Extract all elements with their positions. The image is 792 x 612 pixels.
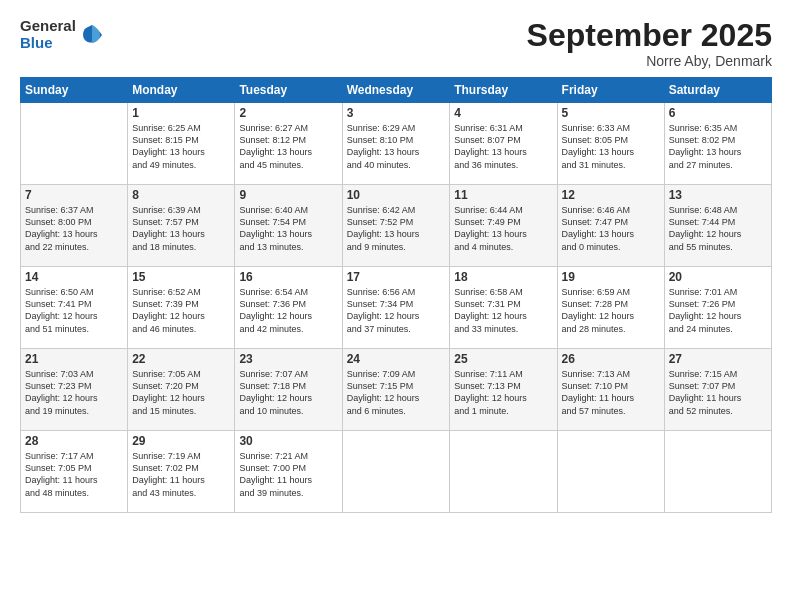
day-number: 20: [669, 270, 767, 284]
location: Norre Aby, Denmark: [527, 53, 772, 69]
table-row: [342, 431, 450, 513]
calendar: Sunday Monday Tuesday Wednesday Thursday…: [20, 77, 772, 513]
title-block: September 2025 Norre Aby, Denmark: [527, 18, 772, 69]
header-tuesday: Tuesday: [235, 78, 342, 103]
day-number: 8: [132, 188, 230, 202]
calendar-week-row: 28Sunrise: 7:17 AM Sunset: 7:05 PM Dayli…: [21, 431, 772, 513]
day-info: Sunrise: 7:01 AM Sunset: 7:26 PM Dayligh…: [669, 286, 767, 335]
table-row: 9Sunrise: 6:40 AM Sunset: 7:54 PM Daylig…: [235, 185, 342, 267]
day-number: 22: [132, 352, 230, 366]
day-info: Sunrise: 6:58 AM Sunset: 7:31 PM Dayligh…: [454, 286, 552, 335]
day-number: 2: [239, 106, 337, 120]
day-number: 6: [669, 106, 767, 120]
day-info: Sunrise: 7:05 AM Sunset: 7:20 PM Dayligh…: [132, 368, 230, 417]
day-number: 7: [25, 188, 123, 202]
page-header: General Blue September 2025 Norre Aby, D…: [20, 18, 772, 69]
day-info: Sunrise: 6:54 AM Sunset: 7:36 PM Dayligh…: [239, 286, 337, 335]
table-row: 12Sunrise: 6:46 AM Sunset: 7:47 PM Dayli…: [557, 185, 664, 267]
table-row: 23Sunrise: 7:07 AM Sunset: 7:18 PM Dayli…: [235, 349, 342, 431]
calendar-header-row: Sunday Monday Tuesday Wednesday Thursday…: [21, 78, 772, 103]
day-number: 21: [25, 352, 123, 366]
day-number: 13: [669, 188, 767, 202]
day-info: Sunrise: 6:59 AM Sunset: 7:28 PM Dayligh…: [562, 286, 660, 335]
day-number: 19: [562, 270, 660, 284]
calendar-week-row: 14Sunrise: 6:50 AM Sunset: 7:41 PM Dayli…: [21, 267, 772, 349]
day-info: Sunrise: 7:03 AM Sunset: 7:23 PM Dayligh…: [25, 368, 123, 417]
table-row: 22Sunrise: 7:05 AM Sunset: 7:20 PM Dayli…: [128, 349, 235, 431]
table-row: 20Sunrise: 7:01 AM Sunset: 7:26 PM Dayli…: [664, 267, 771, 349]
table-row: 1Sunrise: 6:25 AM Sunset: 8:15 PM Daylig…: [128, 103, 235, 185]
day-number: 10: [347, 188, 446, 202]
calendar-week-row: 1Sunrise: 6:25 AM Sunset: 8:15 PM Daylig…: [21, 103, 772, 185]
day-number: 3: [347, 106, 446, 120]
day-info: Sunrise: 6:31 AM Sunset: 8:07 PM Dayligh…: [454, 122, 552, 171]
day-number: 27: [669, 352, 767, 366]
header-thursday: Thursday: [450, 78, 557, 103]
day-number: 12: [562, 188, 660, 202]
day-info: Sunrise: 6:35 AM Sunset: 8:02 PM Dayligh…: [669, 122, 767, 171]
day-number: 11: [454, 188, 552, 202]
table-row: 2Sunrise: 6:27 AM Sunset: 8:12 PM Daylig…: [235, 103, 342, 185]
day-number: 23: [239, 352, 337, 366]
day-info: Sunrise: 6:39 AM Sunset: 7:57 PM Dayligh…: [132, 204, 230, 253]
header-saturday: Saturday: [664, 78, 771, 103]
table-row: 7Sunrise: 6:37 AM Sunset: 8:00 PM Daylig…: [21, 185, 128, 267]
day-info: Sunrise: 6:25 AM Sunset: 8:15 PM Dayligh…: [132, 122, 230, 171]
table-row: 4Sunrise: 6:31 AM Sunset: 8:07 PM Daylig…: [450, 103, 557, 185]
table-row: 21Sunrise: 7:03 AM Sunset: 7:23 PM Dayli…: [21, 349, 128, 431]
day-info: Sunrise: 6:37 AM Sunset: 8:00 PM Dayligh…: [25, 204, 123, 253]
day-number: 18: [454, 270, 552, 284]
header-sunday: Sunday: [21, 78, 128, 103]
calendar-week-row: 7Sunrise: 6:37 AM Sunset: 8:00 PM Daylig…: [21, 185, 772, 267]
table-row: 6Sunrise: 6:35 AM Sunset: 8:02 PM Daylig…: [664, 103, 771, 185]
day-info: Sunrise: 7:15 AM Sunset: 7:07 PM Dayligh…: [669, 368, 767, 417]
header-monday: Monday: [128, 78, 235, 103]
day-number: 14: [25, 270, 123, 284]
table-row: 10Sunrise: 6:42 AM Sunset: 7:52 PM Dayli…: [342, 185, 450, 267]
header-friday: Friday: [557, 78, 664, 103]
day-info: Sunrise: 6:50 AM Sunset: 7:41 PM Dayligh…: [25, 286, 123, 335]
table-row: 16Sunrise: 6:54 AM Sunset: 7:36 PM Dayli…: [235, 267, 342, 349]
day-info: Sunrise: 6:29 AM Sunset: 8:10 PM Dayligh…: [347, 122, 446, 171]
day-info: Sunrise: 6:33 AM Sunset: 8:05 PM Dayligh…: [562, 122, 660, 171]
table-row: 8Sunrise: 6:39 AM Sunset: 7:57 PM Daylig…: [128, 185, 235, 267]
logo-icon: [78, 21, 106, 49]
table-row: 11Sunrise: 6:44 AM Sunset: 7:49 PM Dayli…: [450, 185, 557, 267]
day-info: Sunrise: 6:48 AM Sunset: 7:44 PM Dayligh…: [669, 204, 767, 253]
day-number: 1: [132, 106, 230, 120]
day-info: Sunrise: 6:42 AM Sunset: 7:52 PM Dayligh…: [347, 204, 446, 253]
day-number: 25: [454, 352, 552, 366]
table-row: 29Sunrise: 7:19 AM Sunset: 7:02 PM Dayli…: [128, 431, 235, 513]
logo: General Blue: [20, 18, 106, 51]
table-row: 19Sunrise: 6:59 AM Sunset: 7:28 PM Dayli…: [557, 267, 664, 349]
month-title: September 2025: [527, 18, 772, 53]
day-info: Sunrise: 6:44 AM Sunset: 7:49 PM Dayligh…: [454, 204, 552, 253]
table-row: [21, 103, 128, 185]
table-row: 5Sunrise: 6:33 AM Sunset: 8:05 PM Daylig…: [557, 103, 664, 185]
day-info: Sunrise: 7:21 AM Sunset: 7:00 PM Dayligh…: [239, 450, 337, 499]
table-row: 25Sunrise: 7:11 AM Sunset: 7:13 PM Dayli…: [450, 349, 557, 431]
day-number: 24: [347, 352, 446, 366]
day-info: Sunrise: 7:19 AM Sunset: 7:02 PM Dayligh…: [132, 450, 230, 499]
day-info: Sunrise: 7:13 AM Sunset: 7:10 PM Dayligh…: [562, 368, 660, 417]
table-row: [557, 431, 664, 513]
day-number: 15: [132, 270, 230, 284]
table-row: 26Sunrise: 7:13 AM Sunset: 7:10 PM Dayli…: [557, 349, 664, 431]
day-info: Sunrise: 6:52 AM Sunset: 7:39 PM Dayligh…: [132, 286, 230, 335]
day-info: Sunrise: 6:27 AM Sunset: 8:12 PM Dayligh…: [239, 122, 337, 171]
day-info: Sunrise: 7:11 AM Sunset: 7:13 PM Dayligh…: [454, 368, 552, 417]
table-row: [664, 431, 771, 513]
day-info: Sunrise: 7:07 AM Sunset: 7:18 PM Dayligh…: [239, 368, 337, 417]
day-number: 29: [132, 434, 230, 448]
table-row: 15Sunrise: 6:52 AM Sunset: 7:39 PM Dayli…: [128, 267, 235, 349]
table-row: 27Sunrise: 7:15 AM Sunset: 7:07 PM Dayli…: [664, 349, 771, 431]
table-row: 14Sunrise: 6:50 AM Sunset: 7:41 PM Dayli…: [21, 267, 128, 349]
day-number: 26: [562, 352, 660, 366]
table-row: 17Sunrise: 6:56 AM Sunset: 7:34 PM Dayli…: [342, 267, 450, 349]
day-number: 5: [562, 106, 660, 120]
day-number: 9: [239, 188, 337, 202]
day-info: Sunrise: 7:17 AM Sunset: 7:05 PM Dayligh…: [25, 450, 123, 499]
day-number: 4: [454, 106, 552, 120]
day-info: Sunrise: 6:40 AM Sunset: 7:54 PM Dayligh…: [239, 204, 337, 253]
table-row: 24Sunrise: 7:09 AM Sunset: 7:15 PM Dayli…: [342, 349, 450, 431]
